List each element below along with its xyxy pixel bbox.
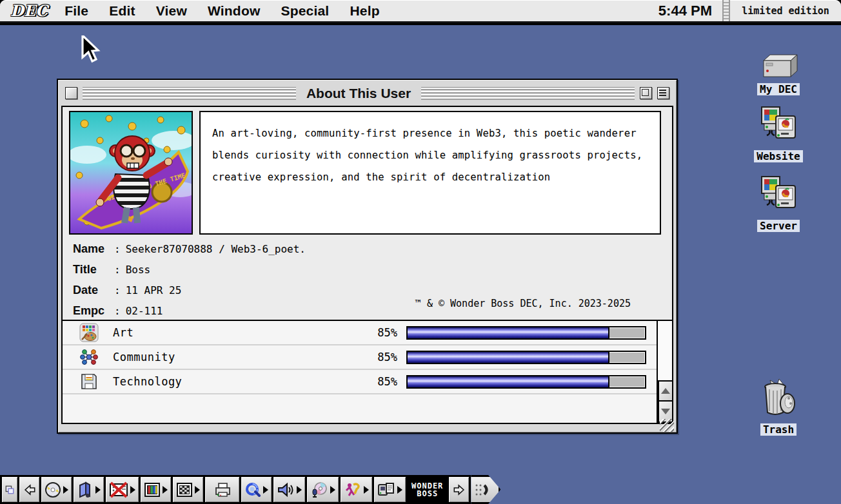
menu-edit[interactable]: Edit: [99, 3, 145, 19]
hard-drive-icon: [757, 54, 800, 81]
field-value: Boss: [126, 264, 151, 276]
applications-icon: [77, 481, 94, 498]
menu-bar: DEC File Edit View Window Special Help 5…: [0, 0, 841, 23]
menu-view[interactable]: View: [146, 3, 197, 19]
field-value: Seeker87070888 / Web3-6_poet.: [126, 243, 306, 255]
menu-help[interactable]: Help: [339, 3, 390, 19]
expand-arrow-icon: [63, 486, 68, 494]
field-separator: :: [114, 264, 121, 276]
close-button[interactable]: [65, 87, 77, 99]
file-sharing-off-icon: [109, 481, 128, 498]
trash-icon: [757, 379, 800, 422]
titlebar-stripes: [83, 87, 296, 100]
remote-access-strip-button[interactable]: [374, 475, 408, 504]
stat-progress-fill: [408, 352, 609, 363]
user-description: An art-loving, community-first presence …: [199, 111, 661, 235]
network-computers-icon: [757, 104, 800, 148]
menu-window[interactable]: Window: [197, 3, 271, 19]
desktop-icon-website[interactable]: Website: [743, 104, 814, 162]
keychain-icon: [344, 481, 362, 498]
volume-strip-button[interactable]: [273, 475, 307, 504]
collapse-button[interactable]: [657, 87, 669, 99]
expand-arrow-icon: [95, 486, 101, 494]
stat-progress-bar: [406, 326, 646, 340]
field-empc: Empc : 02-111: [73, 300, 306, 321]
expand-arrow-icon: [364, 486, 369, 494]
field-separator: :: [114, 243, 121, 255]
strip-collapse-button[interactable]: [0, 475, 19, 504]
volume-icon: [277, 481, 295, 498]
menu-file[interactable]: File: [54, 3, 99, 19]
expand-arrow-icon: [163, 486, 168, 494]
zoom-button[interactable]: [640, 87, 652, 99]
stat-row-art: Art 85%: [63, 321, 657, 345]
scroll-up-button[interactable]: [658, 380, 672, 402]
stat-label: Community: [113, 351, 175, 363]
trademark-line: ™ & © Wonder Boss DEC, Inc. 2023-2025: [415, 298, 631, 309]
desktop-icon-label: Trash: [760, 423, 796, 436]
nudge-right-button[interactable]: [449, 475, 471, 504]
printer-strip-button[interactable]: [205, 475, 241, 504]
wonder-boss-strip-button[interactable]: WONDER BOSS: [408, 475, 449, 504]
stat-row-technology: Technology 85%: [63, 370, 657, 394]
field-date: Date : 11 APR 25: [73, 280, 306, 300]
edition-label: limited edition: [730, 5, 841, 17]
field-title: Title : Boss: [73, 259, 306, 280]
quicktime-strip-button[interactable]: [241, 475, 273, 504]
cd-strip-button[interactable]: [41, 475, 74, 504]
clock[interactable]: 5:44 PM: [658, 3, 722, 19]
sound-input-icon: [310, 481, 328, 498]
field-separator: :: [114, 305, 121, 317]
strip-tab-handle[interactable]: [471, 475, 500, 504]
title-bar[interactable]: About This User: [61, 82, 673, 104]
window-content: GIVE TIME TO THE TIME: [61, 106, 673, 424]
desktop-icon-trash[interactable]: Trash: [743, 379, 814, 436]
wonder-boss-badge: WONDER: [411, 482, 443, 490]
desktop-icon-server[interactable]: Server: [743, 174, 814, 232]
titlebar-stripes: [421, 87, 635, 100]
stat-label: Technology: [113, 375, 182, 388]
expand-arrow-icon: [397, 486, 402, 494]
keychain-strip-button[interactable]: [341, 475, 374, 504]
resize-grip[interactable]: [660, 419, 674, 432]
stat-progress-bar: [406, 375, 646, 389]
expand-arrow-icon: [330, 486, 335, 494]
stat-row-community: Community 85%: [63, 345, 657, 370]
network-computers-icon: [757, 174, 800, 218]
stats-pane: Art 85%: [63, 320, 672, 423]
expand-arrow-icon: [130, 486, 135, 494]
about-this-user-window: About This User: [57, 79, 678, 434]
menu-special[interactable]: Special: [270, 3, 339, 19]
nudge-left-button[interactable]: [19, 475, 41, 504]
stat-label: Art: [113, 326, 134, 339]
scrollbar-track[interactable]: [658, 321, 672, 380]
cd-icon: [45, 481, 61, 498]
color-depth-strip-button[interactable]: [141, 475, 173, 504]
field-label: Name: [73, 242, 114, 256]
stat-progress-fill: [408, 376, 609, 387]
field-label: Date: [73, 284, 114, 297]
expand-arrow-icon: [263, 486, 268, 494]
desktop-icon-my-dec[interactable]: My DEC: [743, 54, 814, 95]
dec-logo-menu[interactable]: DEC: [10, 1, 48, 20]
sound-input-strip-button[interactable]: [307, 475, 341, 504]
expand-arrow-icon: [297, 486, 302, 494]
menubar-divider: [722, 0, 730, 21]
desktop: DEC File Edit View Window Special Help 5…: [0, 0, 841, 504]
stat-percent: 85%: [360, 375, 397, 388]
resolution-icon: [176, 481, 193, 498]
expand-arrow-icon: [195, 486, 200, 494]
resolution-strip-button[interactable]: [173, 475, 205, 504]
nudge-right-icon: [453, 483, 466, 496]
scrollbar[interactable]: [657, 321, 672, 423]
applications-strip-button[interactable]: [74, 475, 106, 504]
user-fields: Name : Seeker87070888 / Web3-6_poet. Tit…: [73, 238, 306, 321]
stat-percent: 85%: [360, 326, 397, 339]
field-value: 02-111: [126, 305, 163, 317]
quicktime-icon: [244, 481, 261, 498]
printer-icon: [213, 481, 232, 498]
community-icon: [79, 347, 99, 367]
file-sharing-strip-button[interactable]: [106, 475, 141, 504]
control-strip: WONDER BOSS: [0, 475, 500, 504]
desktop-icon-label: Server: [757, 220, 800, 232]
